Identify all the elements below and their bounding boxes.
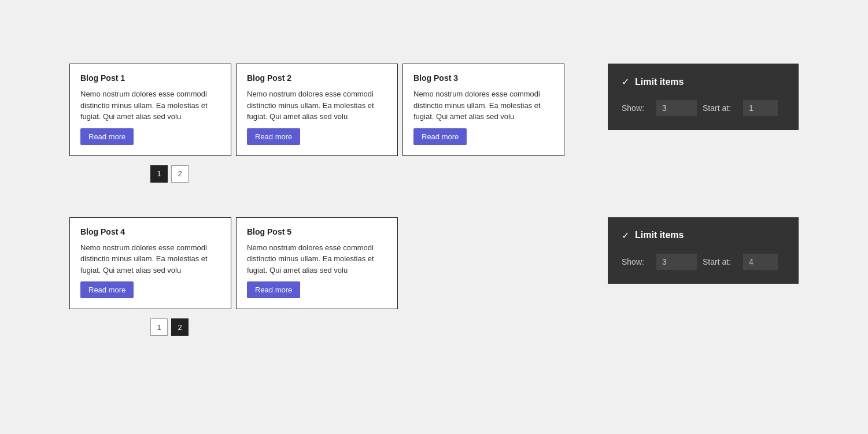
sidebar-panel-2: ✓Limit itemsShow:Start at: xyxy=(608,217,799,284)
card-title-1-1: Blog Post 1 xyxy=(80,73,220,83)
card-body-2-1: Nemo nostrum dolores esse commodi distin… xyxy=(80,242,220,276)
panel-title-1: Limit items xyxy=(635,77,684,87)
pagination-1: 12 xyxy=(150,165,585,183)
start-input-1[interactable] xyxy=(743,100,778,116)
show-input-2[interactable] xyxy=(656,254,697,270)
blog-card-1-2: Blog Post 2Nemo nostrum dolores esse com… xyxy=(236,64,398,156)
panel-header-1: ✓Limit items xyxy=(622,76,785,87)
blog-card-2-2: Blog Post 5Nemo nostrum dolores esse com… xyxy=(236,217,398,310)
card-title-2-2: Blog Post 5 xyxy=(247,227,387,236)
section-2: Blog Post 4Nemo nostrum dolores esse com… xyxy=(69,217,799,336)
card-body-2-2: Nemo nostrum dolores esse commodi distin… xyxy=(247,242,387,276)
show-label-1: Show: xyxy=(622,103,651,113)
show-input-1[interactable] xyxy=(656,100,697,116)
cards-area-1: Blog Post 1Nemo nostrum dolores esse com… xyxy=(69,64,585,183)
show-label-2: Show: xyxy=(622,257,651,266)
start-label-2: Start at: xyxy=(703,257,737,266)
blog-card-1-1: Blog Post 1Nemo nostrum dolores esse com… xyxy=(69,64,231,156)
card-title-2-1: Blog Post 4 xyxy=(80,227,220,236)
read-more-button-1-3[interactable]: Read more xyxy=(413,128,467,145)
panel-controls-1: Show:Start at: xyxy=(622,100,785,116)
cards-row-2: Blog Post 4Nemo nostrum dolores esse com… xyxy=(69,217,585,310)
pagination-2: 12 xyxy=(150,318,585,336)
card-title-1-2: Blog Post 2 xyxy=(247,73,387,83)
checkmark-icon: ✓ xyxy=(622,230,629,241)
blog-card-2-1: Blog Post 4Nemo nostrum dolores esse com… xyxy=(69,217,231,310)
panel-header-2: ✓Limit items xyxy=(622,230,785,241)
read-more-button-2-2[interactable]: Read more xyxy=(247,281,300,298)
read-more-button-1-1[interactable]: Read more xyxy=(80,128,134,145)
panel-title-2: Limit items xyxy=(635,230,684,240)
cards-row-1: Blog Post 1Nemo nostrum dolores esse com… xyxy=(69,64,585,156)
card-title-1-3: Blog Post 3 xyxy=(413,73,553,83)
page-wrapper: Blog Post 1Nemo nostrum dolores esse com… xyxy=(0,0,868,359)
page-button-1-section-1[interactable]: 1 xyxy=(150,165,168,183)
blog-card-1-3: Blog Post 3Nemo nostrum dolores esse com… xyxy=(402,64,564,156)
start-input-2[interactable] xyxy=(743,254,778,270)
checkmark-icon: ✓ xyxy=(622,76,629,87)
page-button-2-section-1[interactable]: 2 xyxy=(171,165,189,183)
page-button-1-section-2[interactable]: 1 xyxy=(150,318,168,336)
card-body-1-2: Nemo nostrum dolores esse commodi distin… xyxy=(247,88,387,123)
cards-area-2: Blog Post 4Nemo nostrum dolores esse com… xyxy=(69,217,585,336)
read-more-button-2-1[interactable]: Read more xyxy=(80,281,134,298)
sidebar-panel-1: ✓Limit itemsShow:Start at: xyxy=(608,64,799,130)
panel-controls-2: Show:Start at: xyxy=(622,254,785,270)
start-label-1: Start at: xyxy=(703,103,737,113)
card-body-1-3: Nemo nostrum dolores esse commodi distin… xyxy=(413,88,553,123)
read-more-button-1-2[interactable]: Read more xyxy=(247,128,300,145)
card-body-1-1: Nemo nostrum dolores esse commodi distin… xyxy=(80,88,220,123)
section-1: Blog Post 1Nemo nostrum dolores esse com… xyxy=(69,64,799,183)
page-button-2-section-2[interactable]: 2 xyxy=(171,318,189,336)
